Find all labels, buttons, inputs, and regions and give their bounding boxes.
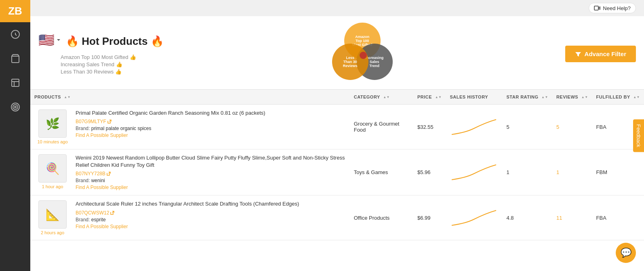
- video-icon: [594, 5, 600, 11]
- need-help-button[interactable]: Need Help?: [589, 3, 636, 13]
- header-left: 🇺🇸 🔥 Hot Products 🔥 Amazon Top 100 Most …: [38, 32, 164, 76]
- product-asin-link[interactable]: B07QCWSW12: [76, 210, 114, 216]
- brand-name: wenini: [91, 178, 105, 183]
- nav-icon-target[interactable]: [0, 95, 30, 119]
- product-image-col: 🍭 1 hour ago: [34, 154, 71, 189]
- nav-icon-reports[interactable]: [0, 71, 30, 95]
- price-cell: $6.99: [413, 195, 446, 240]
- time-ago: 2 hours ago: [41, 230, 64, 235]
- products-table: PRODUCTS ▲▼ CATEGORY ▲▼ PRICE ▲▼ SALES H…: [30, 90, 644, 240]
- category-cell: Grocery & Gourmet Food: [350, 105, 413, 149]
- fulfilled-by-cell: FBM: [592, 149, 644, 195]
- nav-icon-cart[interactable]: [0, 46, 30, 71]
- svg-rect-2: [12, 79, 19, 86]
- product-info: Wenini 2019 Newest Random Lollipop Butte…: [76, 154, 346, 190]
- col-fulfilled-by: FULFILLED BY ▲▼: [592, 90, 644, 105]
- time-ago: 1 hour ago: [42, 184, 63, 189]
- subtitle-sales-trend: Increasing Sales Trend 👍: [61, 61, 164, 67]
- sales-history-cell: [446, 105, 502, 149]
- sort-arrows-rating[interactable]: ▲▼: [541, 96, 548, 99]
- col-sales-history: SALES HISTORY: [446, 90, 502, 105]
- nav-icon-analytics[interactable]: [0, 22, 30, 46]
- subtitle-reviews: Less Than 30 Reviews 👍: [61, 69, 164, 75]
- product-info: Primal Palate Certified Organic Garden R…: [76, 109, 265, 138]
- price-cell: $32.55: [413, 105, 446, 149]
- product-title: Primal Palate Certified Organic Garden R…: [76, 109, 265, 117]
- category-cell: Office Products: [350, 195, 413, 240]
- col-price: PRICE ▲▼: [413, 90, 446, 105]
- product-image-col: 🌿 10 minutes ago: [34, 109, 71, 144]
- brand-name: primal palate organic spices: [91, 126, 152, 131]
- header-section: 🇺🇸 🔥 Hot Products 🔥 Amazon Top 100 Most …: [30, 16, 644, 90]
- star-rating-cell: 5: [502, 105, 552, 149]
- col-star-rating: STAR RATING ▲▼: [502, 90, 552, 105]
- product-title: Wenini 2019 Newest Random Lollipop Butte…: [76, 154, 346, 169]
- table-row: 🌿 10 minutes ago Primal Palate Certified…: [30, 105, 644, 149]
- col-reviews: REVIEWS ▲▼: [552, 90, 592, 105]
- find-supplier-link[interactable]: Find A Possible Supplier: [76, 224, 299, 229]
- sort-arrows-reviews[interactable]: ▲▼: [581, 96, 588, 99]
- external-link-icon: [110, 211, 114, 215]
- product-title: Architectural Scale Ruler 12 inches Tria…: [76, 200, 299, 208]
- brand-name: esprite: [91, 217, 106, 223]
- products-table-container[interactable]: PRODUCTS ▲▼ CATEGORY ▲▼ PRICE ▲▼ SALES H…: [30, 90, 644, 271]
- table-row: 📐 2 hours ago Architectural Scale Ruler …: [30, 195, 644, 240]
- need-help-label: Need Help?: [603, 5, 631, 11]
- price-cell: $5.96: [413, 149, 446, 195]
- col-category: CATEGORY ▲▼: [350, 90, 413, 105]
- product-cell-0: 🌿 10 minutes ago Primal Palate Certified…: [30, 105, 350, 149]
- table-row: 🍭 1 hour ago Wenini 2019 Newest Random L…: [30, 149, 644, 195]
- category-cell: Toys & Games: [350, 149, 413, 195]
- subtitle-most-gifted: Amazon Top 100 Most Gifted 👍: [61, 54, 164, 60]
- sales-history-cell: [446, 149, 502, 195]
- main-content: Need Help? 🇺🇸 🔥 Hot Products 🔥 Amazo: [30, 0, 644, 271]
- svg-point-5: [15, 106, 16, 108]
- star-rating-cell: 1: [502, 149, 552, 195]
- product-image-col: 📐 2 hours ago: [34, 200, 71, 235]
- chat-button[interactable]: 💬: [616, 243, 636, 263]
- venn-center: [360, 52, 367, 59]
- feedback-tab[interactable]: Feedback: [633, 119, 644, 152]
- sort-arrows-category[interactable]: ▲▼: [383, 96, 390, 99]
- product-brand: Brand: primal palate organic spices: [76, 126, 265, 131]
- filter-icon: [575, 51, 581, 57]
- nav-bar: ZB: [0, 0, 30, 271]
- external-link-icon: [107, 172, 111, 176]
- product-asin-link[interactable]: B07NYY728B: [76, 171, 111, 176]
- reviews-cell: 5: [552, 105, 592, 149]
- app-logo: ZB: [0, 0, 30, 22]
- product-cell-1: 🍭 1 hour ago Wenini 2019 Newest Random L…: [30, 149, 350, 195]
- sort-arrows-products[interactable]: ▲▼: [64, 96, 71, 99]
- product-thumbnail: 🌿: [38, 109, 67, 138]
- find-supplier-link[interactable]: Find A Possible Supplier: [76, 185, 346, 190]
- product-brand: Brand: wenini: [76, 178, 346, 183]
- product-asin-link[interactable]: B07G9MLTYF: [76, 119, 112, 124]
- reviews-cell: 1: [552, 149, 592, 195]
- feedback-label: Feedback: [636, 124, 642, 147]
- external-link-icon: [107, 120, 112, 124]
- product-info: Architectural Scale Ruler 12 inches Tria…: [76, 200, 299, 229]
- time-ago: 10 minutes ago: [37, 139, 67, 144]
- flag-selector[interactable]: 🇺🇸: [38, 32, 61, 48]
- svg-rect-6: [594, 6, 598, 10]
- product-thumbnail: 🍭: [38, 154, 67, 183]
- product-thumbnail: 📐: [38, 200, 67, 229]
- top-bar: Need Help?: [30, 0, 644, 16]
- product-cell-2: 📐 2 hours ago Architectural Scale Ruler …: [30, 195, 350, 240]
- sales-history-cell: [446, 195, 502, 240]
- chevron-down-icon: [56, 38, 61, 42]
- page-title: 🔥 Hot Products 🔥: [66, 35, 164, 48]
- sort-arrows-fulfilled[interactable]: ▲▼: [633, 96, 640, 99]
- sort-arrows-price[interactable]: ▲▼: [435, 96, 442, 99]
- venn-diagram: Amazon Top 100 Most Gifted Increasing Sa…: [324, 23, 405, 85]
- chat-icon: 💬: [621, 248, 631, 258]
- star-rating-cell: 4.8: [502, 195, 552, 240]
- svg-point-4: [13, 105, 18, 109]
- table-header-row: PRODUCTS ▲▼ CATEGORY ▲▼ PRICE ▲▼ SALES H…: [30, 90, 644, 105]
- col-products: PRODUCTS ▲▼: [30, 90, 350, 105]
- advance-filter-label: Advance Filter: [585, 50, 626, 57]
- fulfilled-by-cell: FBA: [592, 195, 644, 240]
- find-supplier-link[interactable]: Find A Possible Supplier: [76, 132, 265, 138]
- advance-filter-button[interactable]: Advance Filter: [565, 46, 636, 62]
- venn-circle-reviews: Less Than 30 Reviews: [332, 44, 368, 80]
